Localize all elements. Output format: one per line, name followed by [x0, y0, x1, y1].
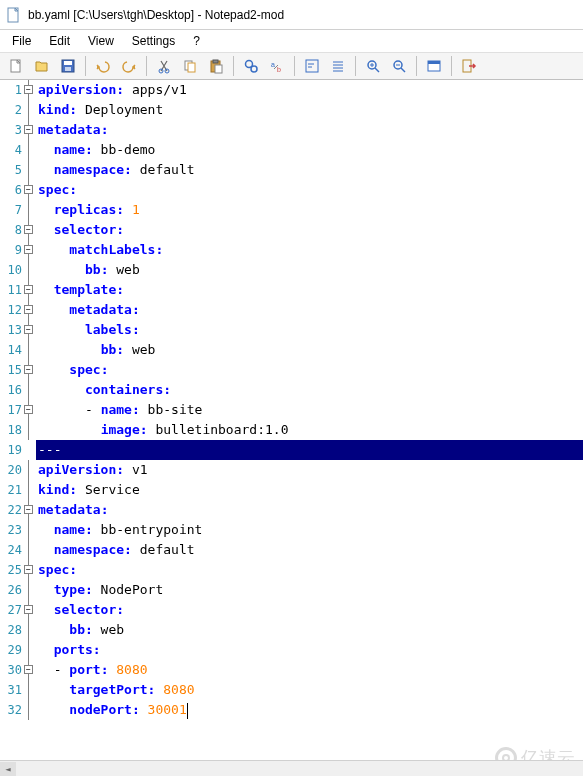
code-line[interactable]: type: NodePort: [36, 580, 583, 600]
svg-rect-20: [428, 61, 440, 64]
save-button[interactable]: [56, 54, 80, 78]
fold-toggle-icon[interactable]: −: [24, 505, 33, 514]
document-icon: [6, 7, 22, 23]
fold-toggle-icon[interactable]: −: [24, 285, 33, 294]
code-line[interactable]: bb: web: [36, 620, 583, 640]
paste-button[interactable]: [204, 54, 228, 78]
code-line[interactable]: namespace: default: [36, 160, 583, 180]
fold-toggle-icon[interactable]: −: [24, 125, 33, 134]
find-button[interactable]: [239, 54, 263, 78]
menu-edit[interactable]: Edit: [41, 32, 78, 50]
code-line[interactable]: spec:: [36, 360, 583, 380]
code-line[interactable]: targetPort: 8080: [36, 680, 583, 700]
replace-button[interactable]: ab: [265, 54, 289, 78]
code-line[interactable]: bb: web: [36, 260, 583, 280]
fold-toggle-icon[interactable]: −: [24, 225, 33, 234]
fold-cell[interactable]: −: [24, 120, 36, 140]
code-line[interactable]: - name: bb-site: [36, 400, 583, 420]
code-line[interactable]: name: bb-entrypoint: [36, 520, 583, 540]
code-line[interactable]: - port: 8080: [36, 660, 583, 680]
scroll-left-button[interactable]: ◄: [0, 762, 16, 776]
code-line[interactable]: ---: [36, 440, 583, 460]
line-number: 26: [0, 580, 22, 600]
line-number: 29: [0, 640, 22, 660]
fold-cell[interactable]: −: [24, 240, 36, 260]
code-line[interactable]: apiVersion: apps/v1: [36, 80, 583, 100]
fold-cell[interactable]: −: [24, 280, 36, 300]
fold-toggle-icon[interactable]: −: [24, 405, 33, 414]
fold-toggle-icon[interactable]: −: [24, 325, 33, 334]
fold-toggle-icon[interactable]: −: [24, 605, 33, 614]
new-file-button[interactable]: [4, 54, 28, 78]
code-line[interactable]: kind: Deployment: [36, 100, 583, 120]
code-line[interactable]: metadata:: [36, 120, 583, 140]
code-line[interactable]: namespace: default: [36, 540, 583, 560]
fold-gutter[interactable]: −−−−−−−−−−−−−−: [24, 80, 36, 776]
fold-cell[interactable]: −: [24, 560, 36, 580]
code-line[interactable]: name: bb-demo: [36, 140, 583, 160]
code-line[interactable]: image: bulletinboard:1.0: [36, 420, 583, 440]
fold-cell: [24, 520, 36, 540]
fold-cell[interactable]: −: [24, 300, 36, 320]
code-line[interactable]: nodePort: 30001: [36, 700, 583, 720]
fold-cell[interactable]: −: [24, 400, 36, 420]
horizontal-scrollbar[interactable]: ◄: [0, 760, 583, 776]
fold-toggle-icon[interactable]: −: [24, 85, 33, 94]
copy-button[interactable]: [178, 54, 202, 78]
word-wrap-button[interactable]: [300, 54, 324, 78]
exit-button[interactable]: [457, 54, 481, 78]
fold-toggle-icon[interactable]: −: [24, 365, 33, 374]
fold-cell: [24, 380, 36, 400]
fold-cell: [24, 620, 36, 640]
code-line[interactable]: metadata:: [36, 300, 583, 320]
code-line[interactable]: apiVersion: v1: [36, 460, 583, 480]
scheme-button[interactable]: [422, 54, 446, 78]
line-numbers-button[interactable]: [326, 54, 350, 78]
line-number: 22: [0, 500, 22, 520]
code-line[interactable]: bb: web: [36, 340, 583, 360]
code-line[interactable]: spec:: [36, 560, 583, 580]
code-line[interactable]: containers:: [36, 380, 583, 400]
fold-cell[interactable]: −: [24, 220, 36, 240]
fold-cell[interactable]: −: [24, 600, 36, 620]
menu-help[interactable]: ?: [185, 32, 208, 50]
code-line[interactable]: matchLabels:: [36, 240, 583, 260]
menu-bar: File Edit View Settings ?: [0, 30, 583, 52]
cut-button[interactable]: [152, 54, 176, 78]
svg-rect-8: [188, 63, 195, 72]
code-line[interactable]: metadata:: [36, 500, 583, 520]
fold-toggle-icon[interactable]: −: [24, 565, 33, 574]
undo-button[interactable]: [91, 54, 115, 78]
menu-view[interactable]: View: [80, 32, 122, 50]
redo-button[interactable]: [117, 54, 141, 78]
fold-cell[interactable]: −: [24, 660, 36, 680]
code-line[interactable]: template:: [36, 280, 583, 300]
fold-cell[interactable]: −: [24, 500, 36, 520]
code-line[interactable]: selector:: [36, 220, 583, 240]
line-number-gutter: 1234567891011121314151617181920212223242…: [0, 80, 24, 776]
code-line[interactable]: selector:: [36, 600, 583, 620]
code-line[interactable]: spec:: [36, 180, 583, 200]
fold-toggle-icon[interactable]: −: [24, 245, 33, 254]
fold-cell[interactable]: −: [24, 360, 36, 380]
fold-cell[interactable]: −: [24, 80, 36, 100]
code-line[interactable]: kind: Service: [36, 480, 583, 500]
fold-cell[interactable]: −: [24, 320, 36, 340]
line-number: 32: [0, 700, 22, 720]
code-area[interactable]: apiVersion: apps/v1kind: Deploymentmetad…: [36, 80, 583, 776]
fold-cell[interactable]: −: [24, 180, 36, 200]
fold-toggle-icon[interactable]: −: [24, 665, 33, 674]
menu-file[interactable]: File: [4, 32, 39, 50]
code-line[interactable]: replicas: 1: [36, 200, 583, 220]
code-line[interactable]: ports:: [36, 640, 583, 660]
code-editor[interactable]: 1234567891011121314151617181920212223242…: [0, 80, 583, 776]
svg-point-13: [251, 66, 257, 72]
fold-toggle-icon[interactable]: −: [24, 305, 33, 314]
zoom-in-button[interactable]: [361, 54, 385, 78]
code-line[interactable]: labels:: [36, 320, 583, 340]
open-file-button[interactable]: [30, 54, 54, 78]
fold-toggle-icon[interactable]: −: [24, 185, 33, 194]
line-number: 4: [0, 140, 22, 160]
zoom-out-button[interactable]: [387, 54, 411, 78]
menu-settings[interactable]: Settings: [124, 32, 183, 50]
